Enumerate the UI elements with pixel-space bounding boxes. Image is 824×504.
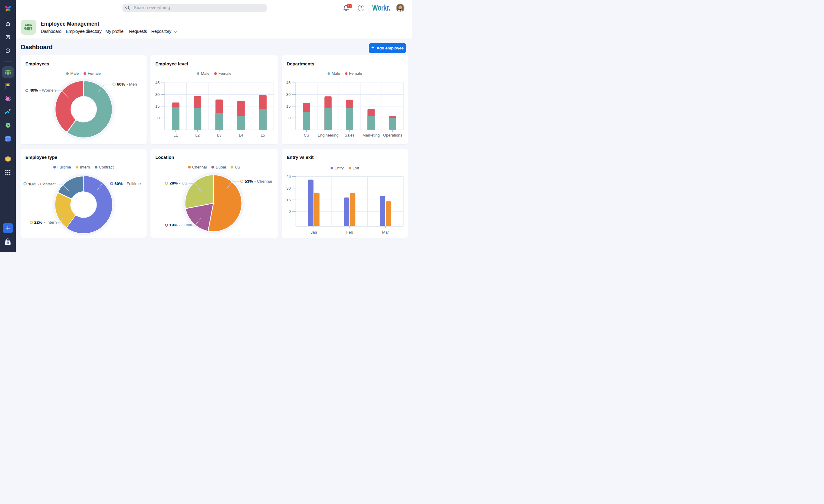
svg-text:45: 45	[155, 81, 159, 85]
svg-text:CS: CS	[304, 133, 309, 137]
svg-text:15: 15	[287, 198, 291, 202]
svg-text:45: 45	[287, 174, 291, 179]
svg-text:0: 0	[288, 116, 291, 120]
svg-text:L4: L4	[238, 133, 243, 137]
svg-text:L2: L2	[195, 133, 199, 137]
svg-text:Jan: Jan	[311, 230, 317, 234]
svg-text:30: 30	[286, 92, 291, 97]
svg-text:0: 0	[158, 116, 160, 120]
svg-text:Feb: Feb	[346, 230, 353, 234]
svg-text:30: 30	[287, 186, 291, 190]
svg-text:Engineering: Engineering	[318, 133, 338, 137]
svg-text:30: 30	[155, 92, 159, 97]
svg-text:Mar: Mar	[382, 230, 389, 234]
svg-text:Marketing: Marketing	[363, 133, 380, 137]
svg-text:L5: L5	[261, 133, 265, 137]
svg-text:0: 0	[289, 209, 291, 214]
svg-text:Operations: Operations	[383, 133, 402, 137]
svg-text:15: 15	[286, 104, 291, 109]
svg-text:45: 45	[286, 81, 291, 85]
svg-text:Sales: Sales	[345, 133, 355, 137]
svg-text:L1: L1	[174, 133, 178, 137]
svg-text:15: 15	[155, 104, 159, 109]
svg-text:L3: L3	[217, 133, 221, 137]
